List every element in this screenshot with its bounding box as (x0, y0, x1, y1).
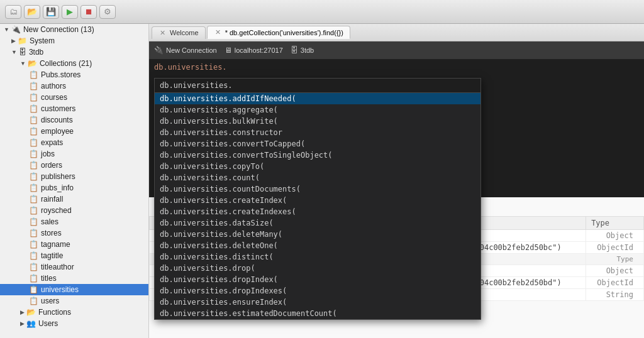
toolbar-run-btn[interactable]: ▶ (62, 5, 78, 19)
autocomplete-item[interactable]: db.universities.addIdIfNeeded( (155, 93, 480, 104)
autocomplete-item[interactable]: db.universities.bulkWrite( (155, 116, 480, 127)
sidebar-item-users-collection[interactable]: 📋 users (0, 295, 148, 307)
sidebar-item-3tdb[interactable]: ▼ 🗄 3tdb (0, 46, 148, 58)
sidebar-item-label: tagtitle (41, 251, 63, 260)
tab-close-icon[interactable]: ✕ (158, 29, 167, 37)
collection-icon: 📋 (29, 116, 38, 124)
collection-icon: 📋 (29, 263, 38, 271)
chevron-right-icon: ▶ (11, 38, 16, 44)
sidebar-item-label: expats (41, 138, 63, 147)
sidebar-item-label: pubs_info (41, 183, 74, 192)
sidebar-root[interactable]: ▼ 🔌 New Connection (13) (0, 24, 148, 35)
chevron-down-icon2: ▼ (11, 49, 17, 55)
type-cell: ObjectId (586, 277, 644, 289)
sidebar-item-functions[interactable]: ▶ 📂 Functions (0, 307, 148, 318)
collection-icon: 📋 (29, 70, 38, 79)
collection-icon: 📋 (29, 206, 38, 215)
sidebar-users-label: Users (38, 319, 58, 328)
autocomplete-item[interactable]: db.universities.convertToSingleObject( (155, 150, 480, 161)
db-icon: 🗄 (19, 48, 26, 57)
sidebar-item-rainfall[interactable]: 📋 rainfall (0, 194, 148, 205)
toolbar-settings-btn[interactable]: ⚙ (99, 5, 116, 19)
autocomplete-item[interactable]: db.universities.dropIndex( (155, 274, 480, 285)
autocomplete-item[interactable]: db.universities.deleteMany( (155, 229, 480, 240)
sidebar-item-employee[interactable]: 📋 employee (0, 126, 148, 137)
autocomplete-item[interactable]: db.universities.convertToCapped( (155, 138, 480, 150)
conn-label: New Connection (166, 46, 217, 54)
autocomplete-item[interactable]: db.universities.drop( (155, 263, 480, 274)
sidebar-item-customers[interactable]: 📋 customers (0, 103, 148, 114)
sidebar-item-label: customers (41, 104, 75, 113)
autocomplete-item[interactable]: db.universities.ensureIndex( (155, 297, 480, 308)
sidebar-item-publishers[interactable]: 📋 publishers (0, 171, 148, 182)
autocomplete-item[interactable]: db.universities.createIndexes( (155, 206, 480, 217)
autocomplete-item[interactable]: db.universities.aggregate( (155, 104, 480, 116)
functions-icon: 📂 (26, 308, 36, 317)
autocomplete-item[interactable]: db.universities.countDocuments( (155, 183, 480, 195)
sidebar-item-sales[interactable]: 📋 sales (0, 216, 148, 227)
sidebar-db-label: 3tdb (29, 48, 43, 57)
toolbar-open-btn[interactable]: 📂 (24, 5, 40, 19)
conn-db-label: 3tdb (301, 46, 314, 54)
db-icon2: 🗄 (291, 46, 298, 55)
toolbar-save-btn[interactable]: 💾 (43, 5, 59, 19)
sidebar-item-universities[interactable]: 📋 universities (0, 284, 148, 295)
sidebar-item-titles[interactable]: 📋 titles (0, 273, 148, 284)
sidebar-item-collections[interactable]: ▼ 📂 Collections (21) (0, 58, 148, 69)
sidebar-item-system[interactable]: ▶ 📁 System (0, 35, 148, 46)
autocomplete-item[interactable]: db.universities.createIndex( (155, 195, 480, 206)
sidebar-item-tagname[interactable]: 📋 tagname (0, 239, 148, 250)
conn-db: 🗄 3tdb (291, 46, 314, 55)
autocomplete-item[interactable]: db.universities.estimatedDocumentCount( (155, 308, 480, 319)
sidebar-item-jobs[interactable]: 📋 jobs (0, 148, 148, 160)
sidebar-item-label: sales (41, 217, 58, 226)
collection-icon: 📋 (29, 240, 38, 249)
sidebar-item-label: universities (41, 285, 79, 294)
autocomplete-item[interactable]: db.universities.distinct( (155, 251, 480, 263)
tab-close-icon2[interactable]: ✕ (214, 28, 222, 36)
sidebar-item-label: rainfall (41, 195, 63, 204)
sidebar-item-roysched[interactable]: 📋 roysched (0, 205, 148, 216)
sidebar-item-label: users (41, 297, 59, 305)
sidebar-item-courses[interactable]: 📋 courses (0, 92, 148, 103)
autocomplete-item[interactable]: db.universities.dropIndexes( (155, 285, 480, 297)
autocomplete-list: db.universities.addIdIfNeeded(db.univers… (155, 93, 480, 319)
sidebar-functions-label: Functions (38, 308, 71, 317)
autocomplete-item[interactable]: db.universities.dataSize( (155, 217, 480, 229)
toolbar-stop-btn[interactable]: ⏹ (80, 5, 97, 19)
autocomplete-item[interactable]: db.universities.deleteOne( (155, 240, 480, 251)
toolbar-new-btn[interactable]: 🗂 (5, 5, 21, 19)
tab-query[interactable]: ✕ * db.getCollection('universities').fin… (207, 26, 350, 39)
sidebar-item-stores[interactable]: 📋 stores (0, 227, 148, 239)
sidebar-item-label: orders (41, 161, 62, 170)
collection-icon: 📋 (29, 297, 38, 305)
autocomplete-item[interactable]: db.universities.count( (155, 172, 480, 183)
sidebar-item-label: employee (41, 127, 74, 136)
collection-icon: 📋 (29, 274, 38, 283)
ac-input-text: db.universities. (160, 81, 233, 90)
query-content: db.universities. (154, 63, 227, 72)
autocomplete-item[interactable]: db.universities.copyTo( (155, 161, 480, 172)
main-area: ▼ 🔌 New Connection (13) ▶ 📁 System ▼ 🗄 3… (0, 24, 644, 338)
query-editor[interactable]: db.universities. db.universities. db.uni… (149, 59, 644, 197)
content-area: ✕ Welcome ✕ * db.getCollection('universi… (149, 24, 644, 338)
autocomplete-item[interactable]: db.universities.constructor (155, 127, 480, 138)
sidebar-item-tagtitle[interactable]: 📋 tagtitle (0, 250, 148, 261)
sidebar-item-pubs-info[interactable]: 📋 pubs_info (0, 182, 148, 194)
sidebar-item-orders[interactable]: 📋 orders (0, 160, 148, 171)
autocomplete-input: db.universities. (155, 79, 480, 93)
sidebar-item-expats[interactable]: 📋 expats (0, 137, 148, 148)
collection-icon: 📋 (29, 251, 38, 260)
sidebar-item-titleauthor[interactable]: 📋 titleauthor (0, 261, 148, 273)
collection-icon: 📋 (29, 150, 38, 158)
sidebar-item-authors[interactable]: 📋 authors (0, 80, 148, 92)
collection-icon: 📋 (29, 127, 38, 136)
collections-icon: 📂 (28, 59, 37, 68)
tab-welcome[interactable]: ✕ Welcome (152, 26, 206, 39)
sidebar-item-users[interactable]: ▶ 👥 Users (0, 318, 148, 329)
sidebar-system-label: System (30, 36, 55, 45)
sidebar-item-discounts[interactable]: 📋 discounts (0, 114, 148, 126)
sidebar-item-pubs-stores[interactable]: 📋 Pubs.stores (0, 69, 148, 80)
collection-icon: 📋 (29, 161, 38, 170)
tabs-bar: ✕ Welcome ✕ * db.getCollection('universi… (149, 24, 644, 41)
